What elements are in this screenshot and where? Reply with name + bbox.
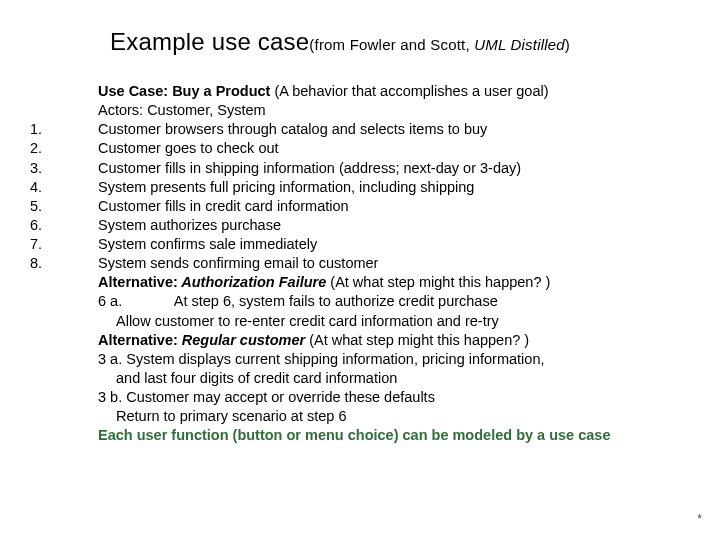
alt-label: Alternative: xyxy=(98,274,178,290)
step-number: 3. xyxy=(30,159,98,178)
alt1-6a: 6 a. At step 6, system fails to authoriz… xyxy=(98,292,700,311)
use-case-header-row: Use Case: Buy a Product (A behavior that… xyxy=(30,82,700,101)
step-number: 1. xyxy=(30,120,98,139)
alt-name: Regular customer xyxy=(178,332,305,348)
blank-num xyxy=(30,407,98,426)
step-text: System presents full pricing information… xyxy=(98,178,700,197)
alt2-3b-row: 3 b. Customer may accept or override the… xyxy=(30,388,700,407)
title-book: UML Distilled xyxy=(474,36,565,53)
step-text: Customer browsers through catalog and se… xyxy=(98,120,700,139)
title-sub-suffix: ) xyxy=(565,36,570,53)
blank-num xyxy=(30,292,98,311)
alt2-header-row: Alternative: Regular customer (At what s… xyxy=(30,331,700,350)
step-number: 7. xyxy=(30,235,98,254)
alt2-3b: 3 b. Customer may accept or override the… xyxy=(98,388,700,407)
alt2-3a: 3 a. System displays current shipping in… xyxy=(98,350,700,369)
blank-num xyxy=(30,312,98,331)
slide: Example use case(from Fowler and Scott, … xyxy=(0,0,720,540)
step-row: 8. System sends confirming email to cust… xyxy=(30,254,700,273)
alt2-return: Return to primary scenario at step 6 xyxy=(98,407,700,426)
step-row: 6. System authorizes purchase xyxy=(30,216,700,235)
step-row: 3. Customer fills in shipping informatio… xyxy=(30,159,700,178)
step-number: 4. xyxy=(30,178,98,197)
step-text: Customer fills in credit card informatio… xyxy=(98,197,700,216)
alt2-3a-row: 3 a. System displays current shipping in… xyxy=(30,350,700,369)
blank-num xyxy=(30,331,98,350)
step-number: 8. xyxy=(30,254,98,273)
alt2-3a-cont: and last four digits of credit card info… xyxy=(98,369,700,388)
blank-num xyxy=(30,82,98,101)
step-row: 2. Customer goes to check out xyxy=(30,139,700,158)
use-case-header: Use Case: Buy a Product (A behavior that… xyxy=(98,82,700,101)
alt1-allow-row: Allow customer to re-enter credit card i… xyxy=(30,312,700,331)
blank-num xyxy=(30,101,98,120)
blank-num xyxy=(30,273,98,292)
use-case-label: Use Case: Buy a Product xyxy=(98,83,270,99)
alt2-header: Alternative: Regular customer (At what s… xyxy=(98,331,700,350)
step-number: 2. xyxy=(30,139,98,158)
slide-body: Use Case: Buy a Product (A behavior that… xyxy=(30,82,700,445)
step-row: 4. System presents full pricing informat… xyxy=(30,178,700,197)
alt-label: Alternative: xyxy=(98,332,178,348)
step-text: System authorizes purchase xyxy=(98,216,700,235)
step-text: Customer fills in shipping information (… xyxy=(98,159,700,178)
alt1-header-row: Alternative: Authorization Failure (At w… xyxy=(30,273,700,292)
alt1-header: Alternative: Authorization Failure (At w… xyxy=(98,273,700,292)
alt2-return-row: Return to primary scenario at step 6 xyxy=(30,407,700,426)
alt1-allow: Allow customer to re-enter credit card i… xyxy=(98,312,700,331)
alt-name: Authorization Failure xyxy=(178,274,331,290)
step-number: 6. xyxy=(30,216,98,235)
footer-row: Each user function (button or menu choic… xyxy=(30,426,700,445)
step-text: System sends confirming email to custome… xyxy=(98,254,700,273)
step-text: Customer goes to check out xyxy=(98,139,700,158)
use-case-desc: (A behavior that accomplishes a user goa… xyxy=(270,83,548,99)
blank-num xyxy=(30,350,98,369)
footer-star: * xyxy=(697,512,702,526)
footer-line: Each user function (button or menu choic… xyxy=(98,426,700,445)
actors-text: Actors: Customer, System xyxy=(98,101,700,120)
alt1-6a-text: At step 6, system fails to authorize cre… xyxy=(174,293,498,309)
blank-num xyxy=(30,388,98,407)
alt1-6a-pre: 6 a. xyxy=(98,293,174,309)
alt-question: (At what step might this happen? ) xyxy=(330,274,550,290)
title-sub-prefix: (from Fowler and Scott, xyxy=(309,36,474,53)
blank-num xyxy=(30,426,98,445)
step-row: 1. Customer browsers through catalog and… xyxy=(30,120,700,139)
title-main: Example use case xyxy=(110,28,309,55)
step-row: 5. Customer fills in credit card informa… xyxy=(30,197,700,216)
step-text: System confirms sale immediately xyxy=(98,235,700,254)
step-row: 7. System confirms sale immediately xyxy=(30,235,700,254)
actors-row: Actors: Customer, System xyxy=(30,101,700,120)
alt2-3a-cont-row: and last four digits of credit card info… xyxy=(30,369,700,388)
alt1-6a-row: 6 a. At step 6, system fails to authoriz… xyxy=(30,292,700,311)
step-number: 5. xyxy=(30,197,98,216)
slide-title: Example use case(from Fowler and Scott, … xyxy=(110,28,570,56)
alt-question: (At what step might this happen? ) xyxy=(305,332,529,348)
blank-num xyxy=(30,369,98,388)
